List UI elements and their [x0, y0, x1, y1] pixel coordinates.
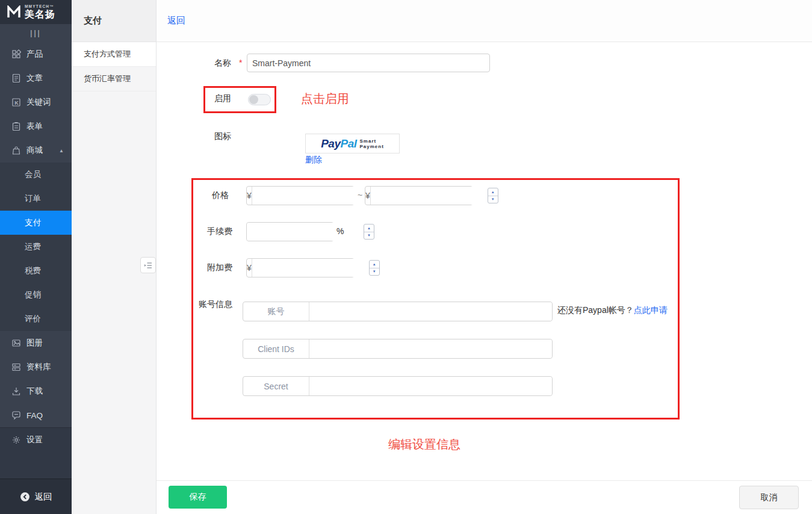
spinner-up-icon[interactable]: ▲ [370, 261, 379, 268]
sidebar-item-faq[interactable]: FAQ [0, 403, 72, 427]
spinner-down-icon[interactable]: ▼ [370, 268, 379, 276]
gallery-icon [11, 338, 21, 348]
sidebar-item-label: FAQ [26, 411, 43, 420]
currency-symbol: ¥ [247, 259, 252, 277]
surcharge-group: ¥ ▲▼ [246, 258, 355, 277]
percent-suffix: % [336, 226, 344, 236]
paypal-sub-line2: Payment [359, 144, 383, 149]
client-ids-input[interactable] [309, 339, 552, 358]
currency-symbol: ¥ [365, 187, 371, 205]
sidebar-item-label: 关键词 [26, 97, 51, 108]
sidebar-collapse-toggle[interactable]: ||| [0, 24, 72, 42]
required-asterisk: * [239, 58, 242, 67]
delete-icon-link[interactable]: 删除 [305, 155, 322, 166]
name-label: 名称 [214, 58, 231, 69]
account-group: 账号 [243, 302, 553, 321]
sidebar-item-articles[interactable]: 文章 [0, 66, 72, 90]
spinner-down-icon[interactable]: ▼ [488, 196, 498, 203]
client-ids-addon-label: Client IDs [243, 339, 309, 358]
sidebar-item-label: 文章 [26, 73, 43, 84]
number-spinner[interactable]: ▲▼ [364, 224, 374, 240]
apply-paypal-link[interactable]: 点此申请 [634, 305, 668, 315]
menu-item-currency-rates[interactable]: 货币汇率管理 [72, 67, 156, 91]
number-spinner[interactable]: ▲▼ [369, 260, 380, 276]
download-icon [11, 386, 21, 396]
topbar: 返回 [157, 0, 812, 42]
main-content: 返回 名称 * 启用 点击启用 图标 PayPal Smart Payment … [157, 0, 812, 514]
spinner-up-icon[interactable]: ▲ [488, 188, 498, 196]
cancel-button[interactable]: 取消 [739, 486, 799, 509]
sidebar-item-label: 商城 [26, 145, 43, 156]
article-icon [11, 73, 21, 83]
fee-input[interactable] [247, 223, 376, 241]
spinner-down-icon[interactable]: ▼ [364, 232, 374, 240]
paypal-pal-text: Pal [340, 137, 356, 150]
primary-sidebar: MMYTECH™ 美名扬 ||| 产品 文章 [0, 0, 72, 514]
client-ids-group: Client IDs [243, 339, 553, 359]
sidebar-item-label: 表单 [26, 121, 43, 132]
sidebar-item-reviews[interactable]: 评价 [0, 307, 72, 331]
currency-symbol: ¥ [247, 187, 252, 205]
sidebar-item-shipping[interactable]: 运费 [0, 235, 72, 259]
menu-item-payment-methods[interactable]: 支付方式管理 [72, 42, 156, 67]
sidebar-item-keywords[interactable]: K 关键词 [0, 90, 72, 114]
surcharge-label: 附加费 [207, 262, 232, 273]
toggle-knob-icon [249, 95, 258, 104]
secret-addon-label: Secret [243, 377, 309, 395]
sidebar-back-button[interactable]: 返回 [0, 478, 72, 514]
account-input[interactable] [309, 302, 552, 321]
account-note-text: 还没有Paypal帐号？ [557, 305, 634, 315]
sidebar-item-mall[interactable]: 商城 ▲ [0, 138, 72, 163]
sidebar-item-members[interactable]: 会员 [0, 163, 72, 187]
sidebar-item-downloads[interactable]: 下载 [0, 379, 72, 403]
sidebar-item-tax[interactable]: 税费 [0, 259, 72, 283]
price-max-input[interactable] [371, 187, 500, 205]
page: MMYTECH™ 美名扬 ||| 产品 文章 [0, 0, 812, 514]
save-button[interactable]: 保存 [169, 486, 227, 509]
sidebar-item-library[interactable]: 资料库 [0, 355, 72, 379]
surcharge-input[interactable] [252, 259, 382, 277]
sidebar-item-label: 下载 [26, 386, 43, 397]
price-min-group: ¥ ▲▼ [246, 186, 355, 205]
footer-bar: 保存 取消 [157, 480, 812, 514]
paypal-logo: PayPal Smart Payment [305, 134, 400, 153]
secondary-sidebar: 支付 支付方式管理 货币汇率管理 [72, 0, 157, 514]
account-info-label: 账号信息 [199, 299, 232, 310]
fee-label: 手续费 [207, 226, 232, 237]
price-label: 价格 [212, 190, 229, 201]
grid-icon [11, 49, 21, 59]
secret-group: Secret [243, 376, 553, 396]
library-icon [11, 362, 21, 372]
shopping-bag-icon [11, 146, 21, 155]
sidebar-item-promotion[interactable]: 促销 [0, 283, 72, 307]
logo-m-icon [7, 5, 21, 19]
sidebar-item-forms[interactable]: 表单 [0, 114, 72, 138]
chat-bubble-icon [11, 410, 21, 420]
account-addon-label: 账号 [243, 302, 309, 321]
secret-input[interactable] [309, 377, 552, 395]
sidebar-item-gallery[interactable]: 图册 [0, 331, 72, 355]
brand-title: 美名扬 [25, 10, 55, 19]
settings-section: 设置 [0, 427, 72, 478]
sidebar-item-payment[interactable]: 支付 [0, 211, 72, 235]
enable-toggle[interactable] [248, 94, 271, 105]
brand-super-text: MMYTECH™ [25, 5, 55, 9]
back-link[interactable]: 返回 [167, 15, 185, 26]
spinner-up-icon[interactable]: ▲ [364, 224, 374, 232]
sidebar-item-label: 资料库 [26, 362, 51, 373]
keyword-icon: K [11, 98, 21, 107]
range-separator: ~ [358, 190, 362, 200]
paypal-pay-text: Pay [321, 137, 340, 150]
form-icon [11, 122, 21, 131]
panel-collapse-button[interactable] [140, 257, 156, 273]
svg-text:K: K [14, 100, 19, 106]
sidebar-item-label: 设置 [26, 435, 43, 445]
sidebar-item-orders[interactable]: 订单 [0, 187, 72, 211]
mall-submenu: 会员 订单 支付 运费 税费 促销 评价 [0, 163, 72, 331]
sidebar-item-settings[interactable]: 设置 [0, 428, 72, 452]
name-input[interactable] [247, 54, 490, 72]
number-spinner[interactable]: ▲▼ [488, 188, 498, 203]
sidebar-item-label: 图册 [26, 338, 43, 348]
sidebar-item-products[interactable]: 产品 [0, 42, 72, 66]
enable-tip-annotation: 点击启用 [301, 91, 349, 107]
